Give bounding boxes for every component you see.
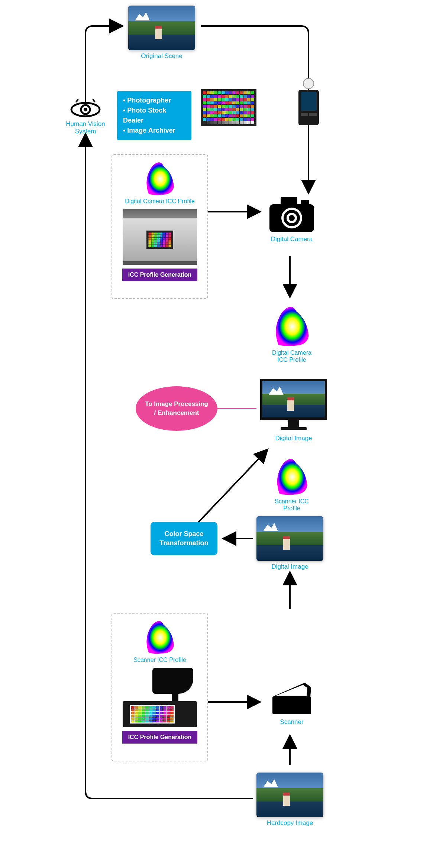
- svg-rect-5: [301, 200, 309, 205]
- eye-icon: [69, 98, 102, 119]
- landscape-image-icon: [128, 6, 195, 50]
- gamut-icon: [269, 305, 314, 349]
- digital-image-label: Digital Image: [256, 435, 331, 442]
- gamut-icon: [141, 619, 178, 656]
- scanner-icon: [269, 680, 314, 717]
- landscape-image-icon: [256, 516, 323, 561]
- original-scene-label: Original Scene: [128, 52, 195, 60]
- scanner-icc-label2: Scanner ICC Profile: [118, 656, 202, 663]
- camera-icon: [268, 193, 316, 234]
- scanner-icc-node: Scanner ICC Profile: [268, 457, 316, 512]
- hardcopy-node: Hardcopy Image: [256, 773, 323, 827]
- role-item: Image Archiver: [123, 126, 185, 136]
- camera-icc-label2: Digital Camera ICC Profile: [268, 349, 316, 363]
- diagram-canvas: Human Vision System Original Scene Photo…: [74, 7, 372, 862]
- original-scene-node: Original Scene: [128, 6, 195, 60]
- human-vision-node: Human Vision System: [63, 98, 108, 136]
- svg-rect-10: [272, 696, 311, 714]
- icc-gen-label: ICC Profile Generation: [122, 269, 198, 281]
- gamut-icon: [271, 457, 312, 498]
- gamut-icon: [141, 160, 178, 198]
- scanner-icc-label: Scanner ICC Profile: [268, 498, 316, 512]
- digital-image2-node: Digital Image: [256, 516, 323, 570]
- icc-gen-label2: ICC Profile Generation: [122, 731, 198, 744]
- calibration-device-icon: document.write(Array.from({length:72},(_…: [123, 668, 197, 727]
- digital-camera-node: Digital Camera: [268, 193, 316, 243]
- camera-icc-node: Digital Camera ICC Profile: [268, 305, 316, 363]
- svg-point-9: [289, 215, 295, 221]
- scanner-node: Scanner: [268, 680, 316, 726]
- color-checker-icon: document.write(Array.from({length:140},(…: [201, 89, 256, 126]
- icc-generation-box-scanner: Scanner ICC Profile document.write(Array…: [112, 613, 208, 761]
- human-vision-label: Human Vision System: [63, 120, 108, 136]
- role-item: Photo Stock Dealer: [123, 105, 185, 126]
- viewing-booth-icon: document.write(Array.from({length:48},(_…: [123, 209, 197, 265]
- to-image-processing-node: To Image Processing / Enhancement: [136, 386, 217, 431]
- svg-rect-4: [281, 197, 297, 206]
- digital-image-monitor-node: Digital Image: [256, 379, 331, 442]
- hardcopy-label: Hardcopy Image: [256, 819, 323, 827]
- svg-point-2: [84, 108, 87, 111]
- light-meter-icon: [295, 78, 321, 130]
- icc-generation-box-camera: Digital Camera ICC Profile document.writ…: [112, 154, 208, 299]
- digital-camera-label: Digital Camera: [268, 235, 316, 243]
- roles-box: Photographer Photo Stock Dealer Image Ar…: [117, 91, 191, 140]
- landscape-image-icon: [256, 773, 323, 817]
- scanner-label: Scanner: [268, 718, 316, 726]
- monitor-icon: [256, 379, 331, 435]
- digital-image2-label: Digital Image: [256, 563, 323, 570]
- color-space-box: Color Space Transformation: [151, 522, 217, 555]
- role-item: Photographer: [123, 95, 185, 105]
- camera-icc-profile-label: Digital Camera ICC Profile: [118, 198, 202, 205]
